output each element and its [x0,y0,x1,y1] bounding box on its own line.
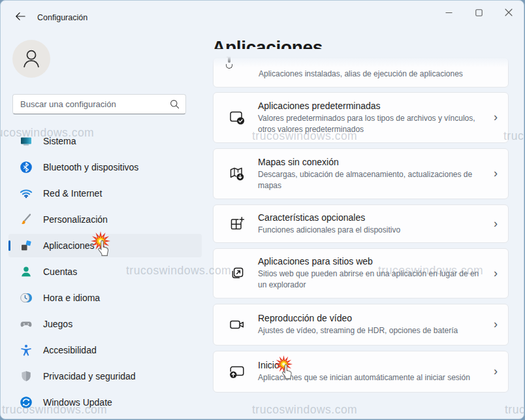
sidebar-item-label: Juegos [43,319,72,329]
sidebar-item-label: Hora e idioma [43,293,100,303]
window-controls [434,1,524,24]
sidebar-item-juegos[interactable]: Juegos [8,312,202,336]
bluetooth-icon [20,161,33,174]
card-description: Funciones adicionales para el dispositiv… [258,225,487,236]
search-icon [170,99,180,109]
close-icon [505,8,513,16]
sidebar-nav: Sistema Bluetooth y dispositivos Red & I… [8,129,202,417]
card-description: Aplicaciones instaladas, alias de ejecuc… [259,69,488,80]
gamepad-icon [20,317,33,331]
card-video-playback[interactable]: Reproducción de vídeo Ajustes de vídeo, … [213,304,509,346]
web-apps-icon [229,265,246,282]
video-playback-icon [229,316,246,333]
card-title: Inicio [258,360,487,370]
maximize-icon [475,9,483,16]
chevron-right-icon[interactable]: › [494,167,498,180]
sidebar-item-red-internet[interactable]: Red & Internet [8,182,202,205]
sidebar-item-label: Personalización [43,214,108,225]
chevron-right-icon[interactable]: › [494,111,498,124]
chevron-right-icon[interactable]: › [494,318,498,331]
card-description: Ajustes de vídeo, streaming de HDR, opci… [258,325,487,336]
person-icon [18,45,45,73]
avatar [12,40,50,78]
sidebar-item-label: Red & Internet [43,188,102,199]
sidebar-item-label: Aplicaciones [43,240,95,251]
card-description: Sitios web que pueden abrirse en una apl… [258,268,487,290]
account-icon [20,265,33,278]
watermark: trucoswindows.com [252,403,357,417]
watermark: trucoswindows.com [505,403,524,417]
default-apps-icon [229,109,246,126]
sidebar-item-privacidad[interactable]: Privacidad y seguridad [8,364,202,388]
card-description: Descargas, ubicación de almacenamiento, … [258,169,487,191]
search-input[interactable] [20,99,170,109]
back-arrow-icon [15,12,25,21]
sidebar-item-label: Cuentas [43,267,77,277]
sidebar-item-windows-update[interactable]: Windows Update [8,391,202,414]
card-default-apps[interactable]: Aplicaciones predeterminadas Valores pre… [213,92,509,143]
wifi-icon [20,187,33,200]
card-offline-maps[interactable]: Mapas sin conexión Descargas, ubicación … [213,148,509,199]
settings-window: Configuración [0,0,524,419]
brush-icon [20,213,33,226]
sidebar-item-aplicaciones[interactable]: Aplicaciones [8,234,202,257]
sidebar-item-bluetooth[interactable]: Bluetooth y dispositivos [8,155,202,179]
startup-icon [229,363,246,380]
sidebar-item-accesibilidad[interactable]: Accesibilidad [8,338,202,362]
installed-apps-icon-fragment [226,64,232,69]
accessibility-icon [20,344,33,357]
minimize-icon [445,9,453,16]
sidebar-item-hora-idioma[interactable]: Hora e idioma [8,286,202,310]
minimize-button[interactable] [434,1,464,24]
card-installed-apps-partial[interactable]: Aplicaciones instaladas, alias de ejecuc… [213,57,509,88]
close-button[interactable] [494,1,524,24]
offline-maps-icon [229,165,246,182]
sidebar-item-label: Privacidad y seguridad [43,371,136,381]
sidebar-item-label: Accesibilidad [43,345,97,355]
apps-icon [20,239,33,252]
installed-apps-icon [228,54,231,63]
clock-language-icon [20,291,33,304]
card-title: Características opcionales [258,212,487,223]
card-description: Valores predeterminados para los tipos d… [258,113,487,135]
card-startup[interactable]: Inicio Aplicaciones que se inician autom… [213,351,509,393]
card-title: Aplicaciones para sitios web [258,256,487,267]
card-title: Reproducción de vídeo [258,313,487,323]
chevron-right-icon[interactable]: › [494,218,498,231]
optional-features-icon [229,216,246,233]
card-optional-features[interactable]: Características opcionales Funciones adi… [213,204,509,243]
card-title: Mapas sin conexión [258,157,487,167]
chevron-right-icon[interactable]: › [494,365,498,378]
laptop-icon [20,135,33,148]
card-description: Aplicaciones que se inician automáticame… [258,372,487,383]
sidebar-item-label: Bluetooth y dispositivos [43,162,138,172]
sidebar-item-cuentas[interactable]: Cuentas [8,260,202,283]
update-icon [20,396,33,409]
window-title: Configuración [37,13,88,22]
search-box [12,94,186,114]
sidebar-item-label: Windows Update [43,397,112,408]
back-button[interactable] [8,7,32,25]
maximize-button[interactable] [464,1,494,24]
card-title: Aplicaciones predeterminadas [258,101,487,111]
shield-icon [20,370,33,383]
card-web-apps[interactable]: Aplicaciones para sitios web Sitios web … [213,248,509,299]
sidebar-item-personalizacion[interactable]: Personalización [8,208,202,231]
sidebar-item-sistema[interactable]: Sistema [8,129,202,153]
sidebar-item-label: Sistema [43,136,76,146]
chevron-right-icon[interactable]: › [494,267,498,280]
